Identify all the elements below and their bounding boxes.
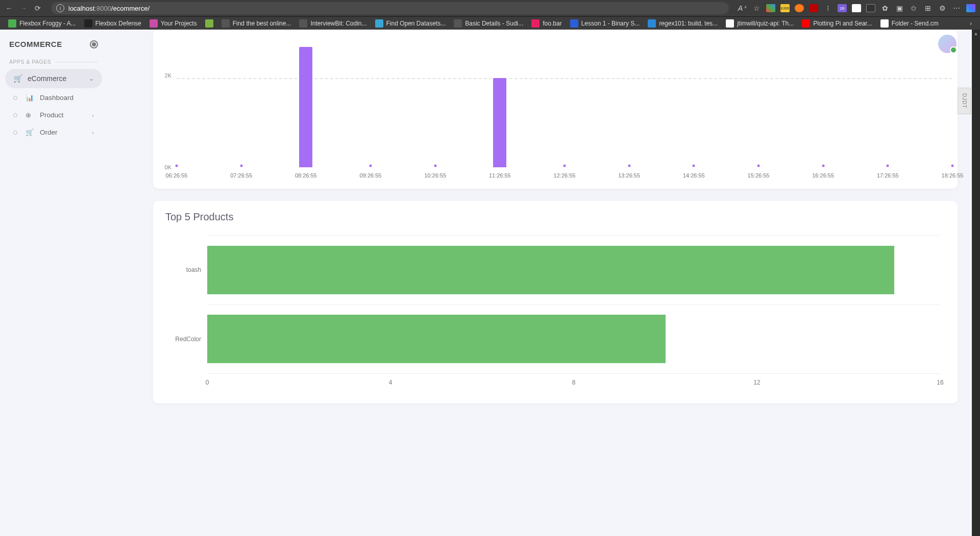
extensions-icon[interactable]: ✿ xyxy=(880,3,890,13)
bookmark-favicon xyxy=(648,19,656,28)
bookmark-favicon xyxy=(84,19,92,28)
bookmark-item[interactable]: InterviewBit: Codin... xyxy=(296,18,370,29)
bookmark-item[interactable]: Find Open Datasets... xyxy=(372,18,449,29)
bookmark-item[interactable]: Flexbox Froggy - A... xyxy=(5,18,79,29)
bookmark-label: jtimwill/quiz-api: Th... xyxy=(737,20,794,27)
bookmark-label: foo.bar xyxy=(543,20,561,27)
url-path: /ecommerce/ xyxy=(111,5,150,12)
bookmark-favicon xyxy=(8,19,16,28)
bookmark-favicon xyxy=(222,19,230,28)
site-info-icon[interactable]: i xyxy=(56,4,64,12)
ext-icon-8[interactable] xyxy=(866,3,876,13)
bookmark-label: Plotting Pi and Sear... xyxy=(813,20,872,27)
menu-icon[interactable]: ⋯ xyxy=(951,3,962,13)
bookmark-item[interactable]: Lesson 1 - Binary S... xyxy=(567,18,643,29)
bookmark-label: Folder - Send.cm xyxy=(892,20,939,27)
bookmark-item[interactable]: Find the best online... xyxy=(218,18,295,29)
ext-icon-4[interactable] xyxy=(808,3,819,13)
bookmark-item[interactable] xyxy=(202,18,216,29)
bookmark-favicon xyxy=(726,19,734,28)
bookmark-favicon xyxy=(531,19,540,28)
browser-chrome: ← → ⟳ i localhost:8000/ecommerce/ A⁺ ☆ E… xyxy=(0,0,980,17)
bookmark-favicon xyxy=(802,19,810,28)
bookmark-favicon xyxy=(454,19,462,28)
ext-icon-5[interactable]: ⁝ xyxy=(823,3,833,13)
bookmark-item[interactable]: Your Projects xyxy=(146,18,200,29)
bookmark-favicon xyxy=(570,19,578,28)
bookmark-item[interactable]: Basic Details - Sudi... xyxy=(451,18,526,29)
forward-button[interactable]: → xyxy=(18,3,29,13)
ext-icon-2[interactable]: ERR xyxy=(780,3,790,13)
bookmark-item[interactable]: Plotting Pi and Sear... xyxy=(799,18,875,29)
back-button[interactable]: ← xyxy=(4,3,14,13)
bookmark-favicon xyxy=(880,19,889,28)
ext-icon-3[interactable] xyxy=(794,3,804,13)
split-icon[interactable]: ▣ xyxy=(894,3,904,13)
bookmark-item[interactable]: jtimwill/quiz-api: Th... xyxy=(723,18,797,29)
ext-icon-6[interactable]: 28 xyxy=(837,3,847,13)
bookmark-favicon xyxy=(150,19,158,28)
bookmark-label: InterviewBit: Codin... xyxy=(310,20,366,27)
bookmark-item[interactable]: Flexbox Defense xyxy=(81,18,144,29)
bookmark-item[interactable]: regex101: build, tes... xyxy=(645,18,721,29)
bookmark-label: Flexbox Froggy - A... xyxy=(19,20,76,27)
copilot-icon[interactable] xyxy=(966,3,976,13)
url-bar[interactable]: i localhost:8000/ecommerce/ xyxy=(51,2,729,14)
url-host: localhost xyxy=(68,5,94,12)
bookmark-label: Find Open Datasets... xyxy=(386,20,446,27)
bookmark-label: Lesson 1 - Binary S... xyxy=(581,20,640,27)
bookmark-label: Basic Details - Sudi... xyxy=(465,20,523,27)
reload-button[interactable]: ⟳ xyxy=(33,3,43,13)
bookmark-item[interactable]: foo.bar xyxy=(528,18,565,29)
bookmark-favicon xyxy=(205,19,213,28)
ext-icon-7[interactable] xyxy=(851,3,862,13)
favorite-icon[interactable]: ☆ xyxy=(751,3,762,13)
read-aloud-icon[interactable]: A⁺ xyxy=(737,3,747,13)
bookmark-item[interactable]: Folder - Send.cm xyxy=(877,18,942,29)
bookmarks-bar: Flexbox Froggy - A...Flexbox DefenseYour… xyxy=(0,17,980,30)
url-port: :8000 xyxy=(94,5,111,12)
bookmark-label: Your Projects xyxy=(161,20,197,27)
favorites-icon[interactable]: ✩ xyxy=(909,3,919,13)
bookmark-label: Flexbox Defense xyxy=(95,20,141,27)
collections-icon[interactable]: ⊞ xyxy=(923,3,933,13)
settings-icon[interactable]: ⚙ xyxy=(937,3,947,13)
bookmark-favicon xyxy=(375,19,383,28)
bookmark-label: regex101: build, tes... xyxy=(659,20,718,27)
bookmark-label: Find the best online... xyxy=(233,20,291,27)
bookmarks-overflow[interactable]: › xyxy=(967,20,975,27)
ext-icon-1[interactable] xyxy=(766,3,776,13)
bookmark-favicon xyxy=(299,19,307,28)
